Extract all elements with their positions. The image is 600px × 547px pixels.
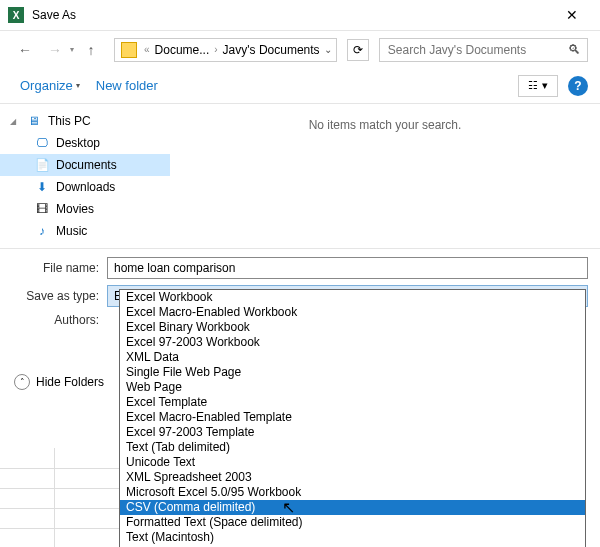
- organize-button[interactable]: Organize ▾: [12, 74, 88, 97]
- search-icon[interactable]: 🔍︎: [568, 42, 581, 57]
- tree-item-documents[interactable]: 📄 Documents: [0, 154, 170, 176]
- file-type-option[interactable]: Formatted Text (Space delimited): [120, 515, 585, 530]
- filename-input[interactable]: [107, 257, 588, 279]
- authors-label: Authors:: [12, 313, 107, 327]
- tree-item-downloads[interactable]: ⬇ Downloads: [0, 176, 170, 198]
- tree-label: Desktop: [56, 136, 100, 150]
- history-dropdown[interactable]: ▾: [70, 45, 74, 54]
- file-type-option[interactable]: XML Data: [120, 350, 585, 365]
- file-type-option[interactable]: Excel Macro-Enabled Workbook: [120, 305, 585, 320]
- toolbar: Organize ▾ New folder ☷ ▾ ?: [0, 68, 600, 104]
- file-type-option[interactable]: Excel 97-2003 Template: [120, 425, 585, 440]
- tree-label: Movies: [56, 202, 94, 216]
- file-type-option[interactable]: Excel Workbook: [120, 290, 585, 305]
- body-area: ◢ 🖥 This PC 🖵 Desktop 📄 Documents ⬇ Down…: [0, 104, 600, 248]
- desktop-icon: 🖵: [34, 135, 50, 151]
- breadcrumb-item-1[interactable]: Docume...: [153, 43, 212, 57]
- up-button[interactable]: ↑: [78, 37, 104, 63]
- breadcrumb-bar[interactable]: « Docume... › Javy's Documents ⌄: [114, 38, 337, 62]
- tree-item-this-pc[interactable]: ◢ 🖥 This PC: [0, 110, 170, 132]
- expand-toggle[interactable]: ◢: [8, 117, 18, 126]
- file-list-empty: No items match your search.: [170, 104, 600, 248]
- folder-icon: [121, 42, 137, 58]
- tree-label: Music: [56, 224, 87, 238]
- spreadsheet-background: [0, 448, 120, 547]
- tree-item-music[interactable]: ♪ Music: [0, 220, 170, 242]
- forward-button: →: [42, 37, 68, 63]
- file-type-option[interactable]: Excel Template: [120, 395, 585, 410]
- back-button[interactable]: ←: [12, 37, 38, 63]
- file-type-option[interactable]: XML Spreadsheet 2003: [120, 470, 585, 485]
- search-box[interactable]: 🔍︎: [379, 38, 588, 62]
- breadcrumb-item-2[interactable]: Javy's Documents: [221, 43, 322, 57]
- file-type-option[interactable]: Excel Binary Workbook: [120, 320, 585, 335]
- tree-item-desktop[interactable]: 🖵 Desktop: [0, 132, 170, 154]
- breadcrumb-sep[interactable]: «: [141, 44, 153, 55]
- close-button[interactable]: ✕: [552, 0, 592, 30]
- breadcrumb-sep[interactable]: ›: [211, 44, 220, 55]
- titlebar: X Save As ✕: [0, 0, 600, 30]
- organize-label: Organize: [20, 78, 73, 93]
- save-as-type-label: Save as type:: [12, 289, 107, 303]
- file-type-option[interactable]: Single File Web Page: [120, 365, 585, 380]
- breadcrumb-dropdown[interactable]: ⌄: [324, 44, 332, 55]
- file-type-option[interactable]: Text (Tab delimited): [120, 440, 585, 455]
- filename-label: File name:: [12, 261, 107, 275]
- file-type-option[interactable]: Microsoft Excel 5.0/95 Workbook: [120, 485, 585, 500]
- file-type-option[interactable]: Web Page: [120, 380, 585, 395]
- tree-label: This PC: [48, 114, 91, 128]
- downloads-icon: ⬇: [34, 179, 50, 195]
- collapse-icon: ˄: [14, 374, 30, 390]
- file-type-option[interactable]: Excel 97-2003 Workbook: [120, 335, 585, 350]
- movies-icon: 🎞: [34, 201, 50, 217]
- tree-item-movies[interactable]: 🎞 Movies: [0, 198, 170, 220]
- file-type-option[interactable]: Excel Macro-Enabled Template: [120, 410, 585, 425]
- hide-folders-toggle[interactable]: ˄ Hide Folders: [0, 372, 116, 398]
- tree-label: Documents: [56, 158, 117, 172]
- music-icon: ♪: [34, 223, 50, 239]
- new-folder-button[interactable]: New folder: [88, 74, 166, 97]
- file-type-option[interactable]: CSV (Comma delimited): [120, 500, 585, 515]
- dialog-title: Save As: [32, 8, 552, 22]
- refresh-button[interactable]: ⟳: [347, 39, 369, 61]
- chevron-down-icon: ▾: [76, 81, 80, 90]
- hide-folders-label: Hide Folders: [36, 375, 104, 389]
- excel-icon: X: [8, 7, 24, 23]
- view-options-button[interactable]: ☷ ▾: [518, 75, 558, 97]
- nav-bar: ← → ▾ ↑ « Docume... › Javy's Documents ⌄…: [0, 30, 600, 68]
- documents-icon: 📄: [34, 157, 50, 173]
- tree-label: Downloads: [56, 180, 115, 194]
- file-type-dropdown[interactable]: Excel WorkbookExcel Macro-Enabled Workbo…: [119, 289, 586, 547]
- pc-icon: 🖥: [26, 113, 42, 129]
- nav-tree: ◢ 🖥 This PC 🖵 Desktop 📄 Documents ⬇ Down…: [0, 104, 170, 248]
- file-type-option[interactable]: Text (Macintosh): [120, 530, 585, 545]
- file-type-option[interactable]: Unicode Text: [120, 455, 585, 470]
- help-button[interactable]: ?: [568, 76, 588, 96]
- search-input[interactable]: [386, 42, 568, 58]
